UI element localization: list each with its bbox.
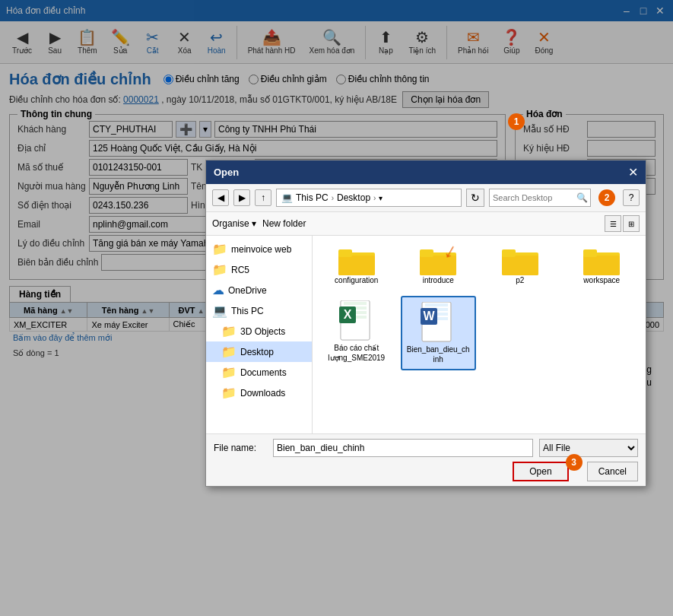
sidebar-item-label: Documents [240,367,287,378]
file-p2[interactable]: p2 [482,242,558,290]
dialog-up-btn[interactable]: ↑ [255,189,271,206]
breadcrumb-bar[interactable]: 💻 This PC › Desktop › ▾ [276,189,462,207]
new-folder-btn[interactable]: New folder [262,218,306,229]
file-excel[interactable]: X Báo cáo chất lượng_SME2019 [319,296,395,370]
sidebar-3dobjects[interactable]: 📁 3D Objects [206,321,312,341]
svg-rect-22 [425,303,448,306]
excel-icon-svg: X [339,300,374,343]
annotation-circle-2: 2 [598,189,615,206]
folder-icon-svg [338,246,375,275]
sidebar-meinvoice[interactable]: 📁 meinvoice web [206,239,312,259]
file-name: Bien_ban_dieu_chinh [407,345,471,364]
dialog-close-btn[interactable]: ✕ [628,165,638,179]
file-workspace[interactable]: workspace [564,242,640,290]
svg-rect-1 [338,256,375,275]
sidebar-item-label: This PC [231,306,264,316]
folder-icon: 📁 [221,386,237,400]
svg-rect-8 [502,249,516,257]
refresh-btn[interactable]: ↻ [466,189,484,207]
svg-text:W: W [424,310,436,322]
folder-icon: 📁 [221,324,237,338]
help-btn[interactable]: ? [623,189,640,206]
folder-icon-svg [502,246,538,275]
sidebar-item-label: OneDrive [228,285,267,296]
annotation-circle-1: 1 [508,113,525,130]
sidebar-item-label: RC5 [231,265,249,275]
dialog-forward-btn[interactable]: ▶ [233,189,250,206]
folder-icon-svg [583,246,620,275]
dialog-sidebar: 📁 meinvoice web 📁 RC5 ☁ OneDrive 💻 This … [206,236,313,433]
pc-icon: 💻 [212,303,227,318]
dialog-bottom: File name: All File Open 3 Cancel [206,433,646,486]
dialog-title-bar: Open ✕ [206,160,646,184]
folder-icon: 📁 [212,242,227,256]
file-name: configuration [335,275,378,285]
sidebar-thispc[interactable]: 💻 This PC [206,300,312,321]
word-icon-svg: W [421,302,456,345]
file-name: p2 [516,275,524,285]
cancel-btn[interactable]: Cancel [587,462,638,481]
breadcrumb-icon: 💻 [281,192,293,203]
file-type-select[interactable]: All File [539,439,638,457]
sidebar-desktop[interactable]: 📁 Desktop [206,341,312,362]
folder-icon-selected: 📁 [221,345,237,359]
sidebar-item-label: meinvoice web [231,244,291,255]
view-list-btn[interactable]: ☰ [605,215,621,232]
file-configuration[interactable]: configuration [319,242,395,290]
svg-rect-4 [420,256,456,275]
file-name: Báo cáo chất lượng_SME2019 [323,343,390,363]
svg-rect-11 [583,249,597,257]
cloud-icon: ☁ [212,283,224,297]
dialog-organise-bar: Organise ▾ New folder ☰ ⊞ [206,212,646,236]
sidebar-onedrive[interactable]: ☁ OneDrive [206,280,312,300]
svg-rect-14 [344,302,367,305]
annotation-circle-3: 3 [566,454,583,471]
file-name-input[interactable] [273,439,533,457]
file-name: workspace [583,275,620,285]
svg-rect-5 [420,249,433,257]
file-introduce[interactable]: introduce [401,242,477,290]
breadcrumb-thispc: This PC [296,192,329,203]
sidebar-item-label: Downloads [240,388,285,398]
dialog-content: 📁 meinvoice web 📁 RC5 ☁ OneDrive 💻 This … [206,236,646,433]
breadcrumb-dropdown[interactable]: ▾ [379,194,383,202]
search-bar: 🔍 [489,189,591,207]
svg-rect-2 [338,249,352,257]
sidebar-documents[interactable]: 📁 Documents [206,362,312,383]
folder-icon: 📁 [221,365,237,379]
dialog-action-row: Open 3 Cancel [214,462,638,481]
sidebar-item-label: 3D Objects [240,326,285,337]
svg-rect-7 [502,256,538,275]
file-name-label: File name: [214,443,267,453]
folder-icon: 📁 [212,262,227,277]
search-input[interactable] [490,193,573,202]
dialog-files: configuration introduce p2 [313,236,646,433]
view-grid-btn[interactable]: ⊞ [623,215,640,232]
svg-text:X: X [343,308,351,321]
search-submit-btn[interactable]: 🔍 [573,189,590,206]
svg-rect-10 [583,256,620,275]
dialog-title: Open [214,167,239,178]
dialog-toolbar: ◀ ▶ ↑ 💻 This PC › Desktop › ▾ ↻ 🔍 2 ? [206,184,646,212]
open-btn[interactable]: Open [513,462,568,481]
sidebar-downloads[interactable]: 📁 Downloads [206,383,312,403]
organise-btn[interactable]: Organise ▾ [212,218,256,229]
sidebar-item-label: Desktop [240,347,274,357]
sidebar-rc5[interactable]: 📁 RC5 [206,259,312,280]
breadcrumb-desktop: Desktop [337,192,370,203]
dialog-back-btn[interactable]: ◀ [212,189,229,206]
file-name: introduce [423,275,454,285]
view-icons: ☰ ⊞ [605,215,640,232]
open-dialog: Open ✕ ◀ ▶ ↑ 💻 This PC › Desktop › ▾ ↻ 🔍… [205,160,646,487]
file-word[interactable]: W Bien_ban_dieu_chinh [401,296,477,370]
folder-icon-svg [420,246,456,275]
